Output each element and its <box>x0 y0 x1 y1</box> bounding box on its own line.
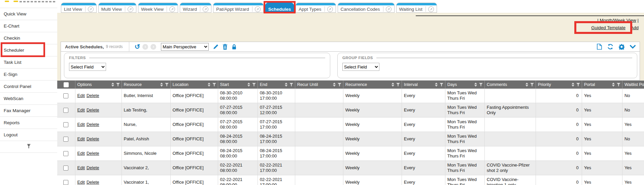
open-new-window-icon[interactable]: ↗ <box>169 6 175 12</box>
lock-icon[interactable] <box>232 44 237 50</box>
open-new-window-icon[interactable]: ↗ <box>428 6 434 12</box>
col-header-recurrence[interactable]: Recurrence <box>343 81 402 89</box>
col-header-recur_until[interactable]: Recur Until <box>295 81 343 89</box>
select-all-checkbox[interactable] <box>64 82 69 87</box>
filter-funnel-icon[interactable] <box>440 83 443 86</box>
nav-prev-icon[interactable]: ‹ <box>142 44 148 50</box>
sidebar-item-quick-view[interactable]: Quick View <box>0 8 57 20</box>
filter-funnel-icon[interactable] <box>165 83 169 86</box>
row-checkbox[interactable] <box>63 93 68 98</box>
filter-funnel-icon[interactable] <box>530 83 534 86</box>
delete-link[interactable]: Delete <box>87 122 99 127</box>
delete-link[interactable]: Delete <box>87 165 99 170</box>
edit-link[interactable]: Edit <box>77 180 85 185</box>
tab-schedules[interactable]: Schedules <box>265 3 294 13</box>
sort-icon[interactable] <box>572 83 574 87</box>
delete-link[interactable]: Delete <box>87 180 99 185</box>
add-link[interactable]: Add <box>631 25 639 30</box>
edit-link[interactable]: Edit <box>77 151 85 156</box>
tab-wizard[interactable]: Wizard↗ <box>180 3 211 13</box>
sort-icon[interactable] <box>526 83 528 87</box>
col-header-end[interactable]: End <box>258 81 295 89</box>
col-header-priority[interactable]: Priority <box>536 81 582 89</box>
sort-icon[interactable] <box>474 83 477 87</box>
settings-gear-icon[interactable] <box>619 44 624 50</box>
sort-icon[interactable] <box>435 83 438 87</box>
filter-funnel-icon[interactable] <box>576 83 580 86</box>
sort-icon[interactable] <box>333 83 336 87</box>
sidebar-item-scheduler[interactable]: Scheduler <box>0 44 57 56</box>
edit-link[interactable]: Edit <box>77 122 85 127</box>
edit-link[interactable]: Edit <box>77 136 85 141</box>
new-document-icon[interactable] <box>597 44 602 50</box>
open-new-window-icon[interactable]: ↗ <box>203 6 208 12</box>
col-header-interval[interactable]: Interval <box>402 81 445 89</box>
filters-field-select[interactable]: Select Field <box>69 63 106 71</box>
delete-link[interactable]: Delete <box>87 151 99 156</box>
filter-funnel-icon[interactable] <box>479 83 483 86</box>
undo-icon[interactable]: ↺ <box>135 43 140 50</box>
sort-icon[interactable] <box>208 83 210 87</box>
sort-icon[interactable] <box>392 83 394 87</box>
row-checkbox[interactable] <box>63 108 68 113</box>
delete-link[interactable]: Delete <box>87 93 99 98</box>
sidebar-item-task-list[interactable]: Task List <box>0 56 57 68</box>
col-header-location[interactable]: Location <box>170 81 218 89</box>
sidebar-item-checkin[interactable]: Checkin <box>0 32 57 44</box>
sort-icon[interactable] <box>160 83 163 87</box>
open-new-window-icon[interactable]: ↗ <box>386 6 392 12</box>
sort-icon[interactable] <box>247 83 250 87</box>
open-new-window-icon[interactable]: ↗ <box>128 6 133 12</box>
filter-funnel-icon[interactable] <box>212 83 216 86</box>
sort-icon[interactable] <box>111 83 114 87</box>
row-checkbox[interactable] <box>63 180 68 185</box>
filter-funnel-icon[interactable] <box>290 83 293 86</box>
delete-trash-icon[interactable] <box>223 44 228 50</box>
sidebar-item-e-sign[interactable]: E-Sign <box>0 68 57 80</box>
sort-icon[interactable] <box>612 83 615 87</box>
edit-pencil-icon[interactable] <box>213 44 218 50</box>
group-fields-field-select[interactable]: Select Field <box>342 63 379 71</box>
sidebar-item-webscan[interactable]: WebScan <box>0 92 57 104</box>
edit-link[interactable]: Edit <box>77 165 85 170</box>
sidebar-item-fax-manager[interactable]: Fax Manager <box>0 104 57 117</box>
refresh-icon[interactable] <box>607 44 613 50</box>
guided-template-link[interactable]: Guided Template <box>591 25 625 30</box>
month-week-view-link[interactable]: Month/Week View <box>600 18 636 23</box>
tab-waiting-list[interactable]: Waiting List↗ <box>396 3 437 13</box>
pushpin-icon[interactable] <box>27 144 31 150</box>
tab-cancellation-codes[interactable]: Cancellation Codes↗ <box>338 3 395 13</box>
tab-multi-view[interactable]: Multi View↗ <box>98 3 136 13</box>
tab-week-view[interactable]: Week View↗ <box>138 3 178 13</box>
nav-next-icon[interactable]: › <box>150 44 156 50</box>
col-header-start[interactable]: Start <box>218 81 258 89</box>
tab-list-view[interactable]: List View↗ <box>61 3 97 13</box>
delete-link[interactable]: Delete <box>87 107 99 112</box>
row-checkbox[interactable] <box>63 151 68 156</box>
tab-pat-appt-wizard[interactable]: Pat/Appt Wizard↗ <box>213 3 264 13</box>
col-header-resource[interactable]: Resource <box>122 81 170 89</box>
delete-link[interactable]: Delete <box>87 136 99 141</box>
col-header-waitlist[interactable]: Waitlist Po <box>622 81 644 89</box>
sidebar-item-control-panel[interactable]: Control Panel <box>0 80 57 92</box>
perspective-select[interactable]: Main Perspective <box>161 43 209 51</box>
row-checkbox[interactable] <box>63 137 68 142</box>
row-checkbox[interactable] <box>63 166 68 171</box>
filter-funnel-icon[interactable] <box>338 83 341 86</box>
edit-link[interactable]: Edit <box>77 93 85 98</box>
tab-appt-types[interactable]: Appt Types↗ <box>296 3 336 13</box>
open-new-window-icon[interactable]: ↗ <box>255 6 261 12</box>
col-header-days[interactable]: Days <box>445 81 484 89</box>
filter-funnel-icon[interactable] <box>617 83 620 86</box>
open-new-window-icon[interactable]: ↗ <box>327 6 333 12</box>
sidebar-item-logout[interactable]: Logout <box>0 129 57 141</box>
filter-funnel-icon[interactable] <box>252 83 256 86</box>
col-header-comments[interactable]: Comments <box>484 81 536 89</box>
col-header-portal[interactable]: Portal <box>582 81 622 89</box>
edit-link[interactable]: Edit <box>77 107 85 112</box>
sidebar-item-e-chart[interactable]: E-Chart <box>0 20 57 32</box>
filter-funnel-icon[interactable] <box>116 83 120 86</box>
sort-icon[interactable] <box>285 83 287 87</box>
open-new-window-icon[interactable]: ↗ <box>88 6 94 12</box>
collapse-chevron-icon[interactable] <box>630 45 636 49</box>
